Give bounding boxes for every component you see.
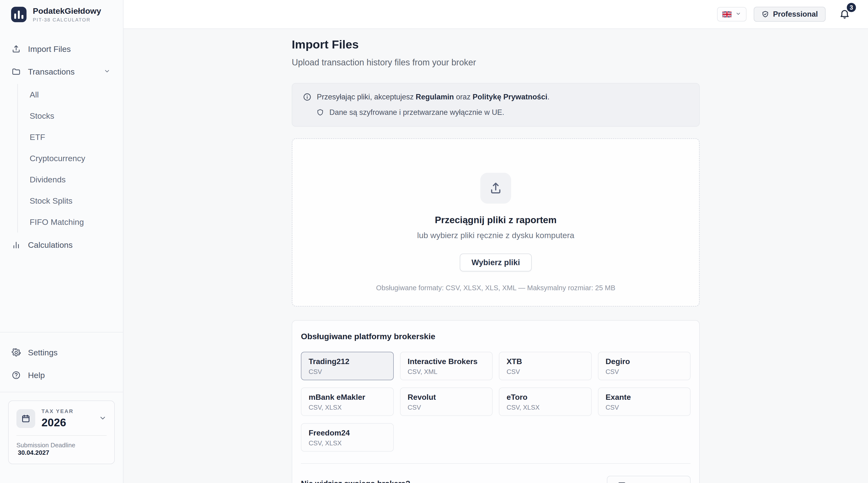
sidebar-subitem-stocks[interactable]: Stocks	[30, 105, 123, 126]
sidebar-subitem-fifo-matching[interactable]: FIFO Matching	[30, 211, 123, 233]
sidebar-item-label: Settings	[28, 348, 58, 357]
help-circle-icon	[11, 370, 21, 380]
supported-formats-note: Obsługiwane formaty: CSV, XLSX, XLS, XML…	[376, 284, 615, 292]
app-logo-icon	[11, 7, 27, 22]
transactions-subnav: All Stocks ETF Cryptocurrency Dividends …	[18, 84, 123, 233]
divider	[301, 463, 690, 464]
language-selector[interactable]	[717, 7, 746, 22]
topbar: Professional 3	[123, 0, 868, 29]
plan-label: Professional	[773, 10, 818, 19]
sidebar-item-import-files[interactable]: Import Files	[0, 38, 123, 60]
deadline-label: Submission Deadline	[17, 442, 75, 449]
sidebar-subitem-all[interactable]: All	[30, 84, 123, 105]
broker-formats: CSV, XLSX	[309, 440, 386, 447]
broker-name: eToro	[506, 393, 584, 402]
encryption-note: Dane są szyfrowane i przetwarzane wyłącz…	[329, 108, 504, 117]
dropzone-heading: Przeciągnij pliki z raportem	[435, 215, 557, 225]
uk-flag-icon	[722, 11, 732, 18]
upload-icon	[11, 44, 21, 54]
main-area: Professional 3 Import Files Upload trans…	[123, 0, 868, 483]
chevron-down-icon[interactable]	[99, 414, 106, 423]
broker-name: mBank eMakler	[309, 393, 386, 402]
broker-name: Revolut	[408, 393, 485, 402]
shield-check-icon	[762, 10, 769, 18]
broker-formats: CSV, XLSX	[309, 404, 386, 411]
chevron-down-icon	[104, 67, 111, 77]
sidebar-item-label: Calculations	[28, 240, 72, 250]
choose-files-button[interactable]: Wybierz pliki	[460, 253, 531, 271]
sidebar-item-label: Help	[28, 370, 45, 380]
broker-name: Degiro	[606, 357, 683, 366]
shield-icon	[316, 109, 324, 116]
broker-formats: CSV, XML	[408, 368, 485, 375]
tax-year-selector[interactable]: TAX YEAR 2026 Submission Deadline 30.04.…	[8, 400, 115, 464]
sidebar: PodatekGiełdowy PIT-38 CALCULATOR Import…	[0, 0, 123, 483]
broker-card-degiro[interactable]: Degiro CSV	[598, 352, 691, 380]
sidebar-item-label: Transactions	[28, 67, 74, 77]
upload-icon	[489, 181, 503, 195]
calendar-icon	[17, 409, 35, 428]
terms-link[interactable]: Regulamin	[416, 93, 454, 101]
broker-formats: CSV	[309, 368, 386, 375]
sidebar-subitem-dividends[interactable]: Dividends	[30, 169, 123, 190]
broker-card-etoro[interactable]: eToro CSV, XLSX	[499, 388, 592, 416]
broker-name: Trading212	[309, 357, 386, 366]
broker-formats: CSV	[506, 368, 584, 375]
report-broker-label: Zgłoś brokera	[630, 482, 680, 483]
legal-notice: Przesyłając pliki, akceptujesz Regulamin…	[292, 83, 700, 127]
notifications-button[interactable]: 3	[839, 8, 850, 20]
broker-formats: CSV, XLSX	[506, 404, 584, 411]
broker-name: Interactive Brokers	[408, 357, 485, 366]
broker-formats: CSV	[606, 368, 683, 375]
sidebar-item-settings[interactable]: Settings	[0, 341, 123, 364]
sidebar-item-calculations[interactable]: Calculations	[0, 234, 123, 256]
notice-text: Przesyłając pliki, akceptujesz	[317, 93, 416, 101]
broker-name: Freedom24	[309, 428, 386, 437]
sidebar-item-help[interactable]: Help	[0, 364, 123, 387]
broker-grid: Trading212 CSV Interactive Brokers CSV, …	[301, 352, 690, 452]
sidebar-subitem-cryptocurrency[interactable]: Cryptocurrency	[30, 148, 123, 169]
gear-icon	[11, 348, 21, 357]
privacy-policy-link[interactable]: Politykę Prywatności	[472, 93, 547, 101]
sidebar-item-transactions[interactable]: Transactions	[0, 60, 123, 83]
broker-formats: CSV	[408, 404, 485, 411]
broker-card-revolut[interactable]: Revolut CSV	[400, 388, 493, 416]
broker-card-freedom24[interactable]: Freedom24 CSV, XLSX	[301, 423, 394, 452]
bar-chart-icon	[11, 240, 21, 249]
folder-icon	[11, 67, 21, 76]
page-title: Import Files	[292, 38, 700, 51]
divider	[17, 435, 106, 436]
info-icon	[303, 93, 311, 101]
brokers-panel: Obsługiwane platformy brokerskie Trading…	[292, 320, 700, 483]
file-dropzone[interactable]: Przeciągnij pliki z raportem lub wybierz…	[292, 138, 700, 307]
message-square-icon	[618, 482, 626, 483]
notification-count-badge: 3	[847, 3, 856, 12]
broker-card-interactive-brokers[interactable]: Interactive Brokers CSV, XML	[400, 352, 493, 380]
sidebar-subitem-etf[interactable]: ETF	[30, 126, 123, 148]
sidebar-nav: Import Files Transactions All Stocks ETF…	[0, 23, 123, 256]
page-subtitle: Upload transaction history files from yo…	[292, 57, 700, 67]
app-root: PodatekGiełdowy PIT-38 CALCULATOR Import…	[0, 0, 868, 483]
brokers-heading: Obsługiwane platformy brokerskie	[301, 332, 690, 341]
brand-name: PodatekGiełdowy	[33, 6, 101, 16]
tax-year-value: 2026	[41, 416, 73, 429]
broker-name: Exante	[606, 393, 683, 402]
plan-badge[interactable]: Professional	[754, 7, 826, 22]
dropzone-subheading: lub wybierz pliki ręcznie z dysku komput…	[417, 231, 574, 240]
sidebar-subitem-stock-splits[interactable]: Stock Splits	[30, 190, 123, 211]
brand-subtitle: PIT-38 CALCULATOR	[33, 17, 101, 23]
broker-card-xtb[interactable]: XTB CSV	[499, 352, 592, 380]
broker-card-mbank-emakler[interactable]: mBank eMakler CSV, XLSX	[301, 388, 394, 416]
page-content: Import Files Upload transaction history …	[123, 29, 868, 483]
deadline-date: 30.04.2027	[18, 449, 49, 456]
report-broker-button[interactable]: Zgłoś brokera	[607, 476, 690, 483]
chevron-down-icon	[735, 11, 741, 18]
sidebar-item-label: Import Files	[28, 44, 71, 54]
broker-formats: CSV	[606, 404, 683, 411]
missing-broker-question: Nie widzisz swojego brokera?	[301, 476, 410, 483]
sidebar-secondary-nav: Settings Help	[0, 332, 123, 392]
upload-icon-box	[480, 173, 511, 204]
tax-year-label: TAX YEAR	[41, 408, 73, 415]
broker-card-trading212[interactable]: Trading212 CSV	[301, 352, 394, 380]
broker-card-exante[interactable]: Exante CSV	[598, 388, 691, 416]
